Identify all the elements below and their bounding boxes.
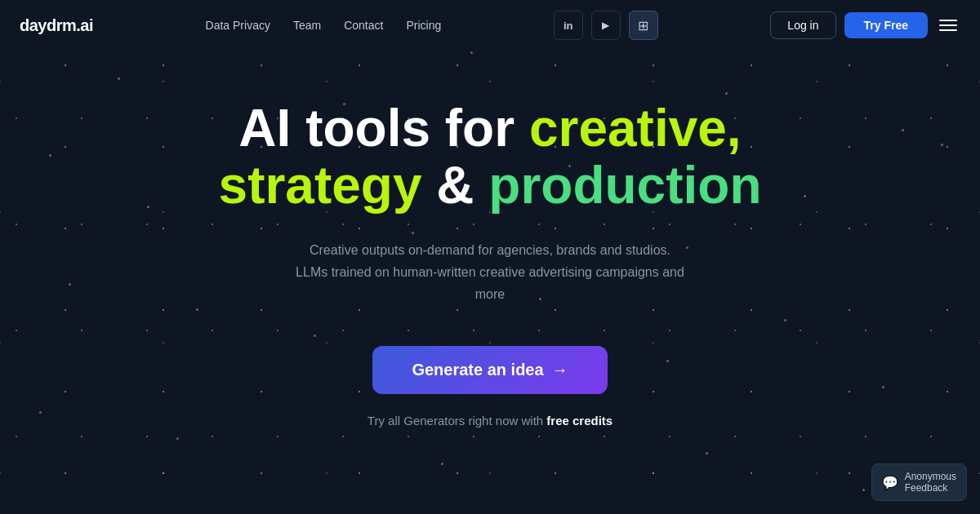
hero-footnote: Try all Generators right now with free c… (368, 414, 612, 428)
grid-icon[interactable]: ⊞ (629, 11, 658, 40)
hero-title: AI tools for creative, strategy & produc… (219, 100, 762, 215)
nav-team[interactable]: Team (293, 19, 321, 32)
login-button[interactable]: Log in (770, 11, 835, 39)
linkedin-icon[interactable]: in (554, 11, 583, 40)
nav-data-privacy[interactable]: Data Privacy (206, 19, 270, 32)
navbar: daydrm.ai Data Privacy Team Contact Pric… (0, 0, 980, 51)
try-free-button[interactable]: Try Free (844, 12, 928, 38)
hamburger-menu[interactable] (936, 16, 960, 34)
arrow-right-icon: → (552, 361, 568, 379)
nav-actions: Log in Try Free (770, 11, 960, 39)
hero-title-line2: strategy & production (219, 157, 762, 214)
nav-pricing[interactable]: Pricing (406, 19, 441, 32)
hero-subtitle: Creative outputs on-demand for agencies,… (294, 239, 686, 306)
feedback-text: Anonymous Feedback (905, 471, 956, 494)
hero-section: AI tools for creative, strategy & produc… (0, 51, 980, 428)
nav-contact[interactable]: Contact (344, 19, 383, 32)
feedback-widget[interactable]: 💬 Anonymous Feedback (871, 463, 967, 501)
nav-social-icons: in ▶ ⊞ (554, 11, 658, 40)
hero-title-line1: AI tools for creative, (219, 100, 762, 157)
generate-idea-button[interactable]: Generate an idea → (372, 346, 607, 394)
generate-idea-label: Generate an idea (412, 361, 543, 379)
nav-links: Data Privacy Team Contact Pricing (206, 19, 442, 32)
brand-logo[interactable]: daydrm.ai (20, 16, 93, 35)
feedback-icon: 💬 (882, 475, 898, 490)
youtube-icon[interactable]: ▶ (591, 11, 621, 40)
